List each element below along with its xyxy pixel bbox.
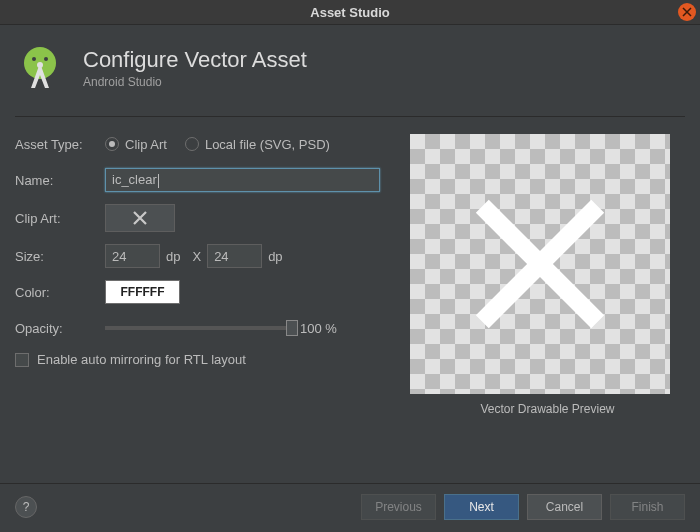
window-close-button[interactable] <box>678 3 696 21</box>
radio-label: Clip Art <box>125 137 167 152</box>
dialog-footer: ? Previous Next Cancel Finish <box>0 483 700 532</box>
form-panel: Asset Type: Clip Art Local file (SVG, PS… <box>15 132 410 416</box>
size-unit: dp <box>166 249 180 264</box>
next-button[interactable]: Next <box>444 494 519 520</box>
svg-point-3 <box>37 62 43 68</box>
asset-type-label: Asset Type: <box>15 137 105 152</box>
finish-button[interactable]: Finish <box>610 494 685 520</box>
text-caret <box>158 174 159 188</box>
name-input[interactable]: ic_clear <box>105 168 380 192</box>
size-width-input[interactable] <box>105 244 160 268</box>
asset-type-localfile-radio[interactable]: Local file (SVG, PSD) <box>185 137 330 152</box>
rtl-mirror-checkbox[interactable] <box>15 353 29 367</box>
radio-selected-icon <box>105 137 119 151</box>
size-label: Size: <box>15 249 105 264</box>
titlebar: Asset Studio <box>0 0 700 25</box>
opacity-value: 100 % <box>300 321 337 336</box>
size-separator: X <box>192 249 201 264</box>
opacity-slider[interactable] <box>105 326 290 330</box>
opacity-label: Opacity: <box>15 321 105 336</box>
dialog-header: Configure Vector Asset Android Studio <box>15 25 685 111</box>
divider <box>15 116 685 117</box>
close-icon <box>682 7 692 17</box>
dialog-subtitle: Android Studio <box>83 75 307 89</box>
svg-point-2 <box>44 57 48 61</box>
help-button[interactable]: ? <box>15 496 37 518</box>
preview-panel: Vector Drawable Preview <box>410 132 685 416</box>
clipart-select-button[interactable] <box>105 204 175 232</box>
android-studio-icon <box>15 43 65 93</box>
asset-type-clipart-radio[interactable]: Clip Art <box>105 137 167 152</box>
x-icon <box>131 209 149 227</box>
size-height-input[interactable] <box>207 244 262 268</box>
cancel-button[interactable]: Cancel <box>527 494 602 520</box>
radio-icon <box>185 137 199 151</box>
svg-point-1 <box>32 57 36 61</box>
preview-box <box>410 134 670 394</box>
previous-button[interactable]: Previous <box>361 494 436 520</box>
preview-icon <box>410 134 670 394</box>
color-label: Color: <box>15 285 105 300</box>
radio-label: Local file (SVG, PSD) <box>205 137 330 152</box>
rtl-mirror-label: Enable auto mirroring for RTL layout <box>37 352 246 367</box>
slider-thumb-icon[interactable] <box>286 320 298 336</box>
color-picker-button[interactable]: FFFFFF <box>105 280 180 304</box>
preview-label: Vector Drawable Preview <box>410 402 685 416</box>
size-unit: dp <box>268 249 282 264</box>
window-title: Asset Studio <box>310 5 389 20</box>
name-label: Name: <box>15 173 105 188</box>
clipart-label: Clip Art: <box>15 211 105 226</box>
dialog-title: Configure Vector Asset <box>83 47 307 73</box>
